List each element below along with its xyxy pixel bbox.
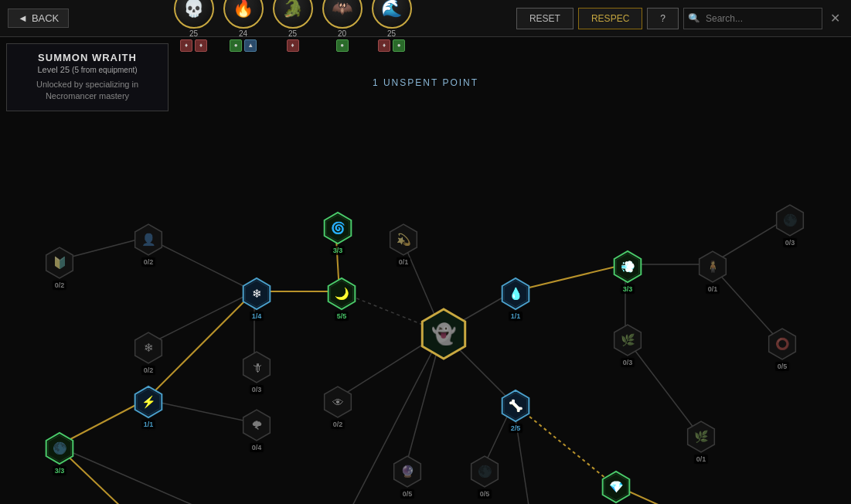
node-label: 5/5: [335, 312, 349, 321]
search-icon: 🔍: [689, 13, 700, 23]
back-label: BACK: [32, 12, 59, 24]
node-label: 2/5: [509, 424, 523, 433]
node-icon: 💧: [501, 279, 530, 308]
node-icon: ❄: [242, 279, 271, 308]
node-icon: 🔰: [45, 248, 74, 278]
node-icon: 🌿: [686, 422, 716, 451]
skill-node-n9[interactable]: 🌑3/3: [43, 431, 77, 475]
node-icon: 🔮: [393, 457, 422, 486]
node-label: 1/1: [141, 420, 156, 429]
skill-node-n16[interactable]: 🔮0/5: [390, 455, 424, 499]
skill-node-n5[interactable]: 💧1/1: [499, 277, 533, 321]
skill-title: Summon Wraith: [16, 52, 158, 63]
skill-node-n18[interactable]: 🦴2/5: [499, 389, 533, 433]
node-icon: ⚡: [134, 387, 163, 417]
help-button[interactable]: ?: [647, 8, 679, 29]
unspent-banner: 1 Unspent Point: [373, 77, 478, 88]
skill-node-n24[interactable]: 🧍0/1: [696, 250, 730, 294]
node-label: 0/3: [250, 385, 264, 394]
back-arrow-icon: ◄: [18, 12, 28, 24]
node-label: 0/4: [250, 443, 264, 452]
skill-node-n1[interactable]: 👻: [417, 308, 470, 360]
node-label: 0/1: [694, 455, 709, 464]
search-input[interactable]: [683, 8, 822, 29]
skill-node-n15[interactable]: 💫0/1: [386, 223, 420, 267]
node-label: 3/3: [53, 466, 67, 475]
skill-node-n25[interactable]: 🌑0/3: [773, 203, 807, 247]
connection-line: [57, 446, 235, 504]
node-icon: ❄: [134, 333, 163, 363]
node-label: 1/4: [250, 312, 264, 321]
skill-node-n14[interactable]: 👁0/2: [321, 385, 355, 429]
top-bar: ◄ BACK 💀25♦♦🔥24●▲🐊25♦🦇20●🌊25♦● RESET RES…: [0, 0, 851, 37]
skill-node-n23[interactable]: 🌿0/3: [611, 323, 645, 367]
node-icon: 🧍: [698, 252, 727, 281]
node-icon: 🌀: [323, 213, 352, 243]
skill-node-n12[interactable]: 🌪0/4: [240, 408, 274, 452]
unlock-info: Unlocked by specializing in Necromancer …: [16, 79, 158, 103]
node-icon: 🌑: [470, 457, 499, 486]
node-icon: 🦴: [501, 391, 530, 421]
node-icon: 🌑: [45, 434, 74, 463]
skill-node-n6[interactable]: 💨3/3: [611, 250, 645, 294]
search-wrapper: 🔍: [683, 8, 822, 29]
node-label: 1/1: [509, 312, 523, 321]
node-label: 0/5: [400, 489, 415, 499]
node-label: 3/3: [621, 284, 635, 294]
node-icon: 👤: [134, 225, 163, 254]
node-icon: 🌿: [613, 325, 642, 355]
node-icon: 👻: [429, 319, 458, 349]
skill-node-n4[interactable]: 🌙5/5: [325, 277, 359, 321]
skill-node-n7[interactable]: 👤0/2: [131, 223, 165, 267]
node-icon: 💎: [601, 472, 631, 502]
skill-node-n28[interactable]: 💎1/1: [599, 470, 633, 504]
skill-node-n10[interactable]: ⚡1/1: [131, 385, 165, 429]
node-label: 0/5: [478, 489, 492, 499]
skill-node-n8[interactable]: 🔰0/2: [43, 246, 77, 290]
node-label: 0/5: [775, 362, 790, 371]
node-label: 3/3: [331, 246, 346, 255]
skill-level: Level 25 (5 from equipment): [16, 65, 158, 74]
right-controls: RESET RESPEC ? 🔍 ✕: [516, 8, 843, 29]
node-label: 0/2: [331, 420, 346, 429]
node-label: 0/1: [397, 257, 411, 267]
node-label: 0/3: [621, 358, 635, 367]
skill-node-n2[interactable]: ❄1/4: [240, 277, 274, 321]
respec-button[interactable]: RESPEC: [578, 8, 642, 29]
skill-node-n3[interactable]: 🌀3/3: [321, 211, 355, 255]
skill-node-n17[interactable]: 🌑0/5: [468, 455, 502, 499]
node-label: 0/2: [53, 281, 67, 290]
skill-node-n13[interactable]: 🗡0/3: [240, 350, 274, 394]
skill-node-n11[interactable]: ❄0/2: [131, 331, 165, 375]
close-button[interactable]: ✕: [827, 11, 843, 26]
node-icon: 🗡: [242, 352, 271, 382]
node-icon: 👁: [323, 387, 352, 417]
node-label: 0/3: [783, 238, 798, 247]
node-icon: ⭕: [768, 329, 797, 359]
skill-node-n26[interactable]: ⭕0/5: [765, 327, 799, 371]
reset-button[interactable]: RESET: [516, 8, 574, 29]
back-button[interactable]: ◄ BACK: [8, 9, 69, 28]
node-label: 0/2: [141, 257, 156, 267]
skill-node-n27[interactable]: 🌿0/1: [684, 420, 718, 464]
node-label: 0/2: [141, 366, 156, 375]
node-icon: 🌙: [327, 279, 356, 308]
node-icon: 💨: [613, 252, 642, 281]
node-label: 0/1: [706, 284, 720, 294]
node-icon: 🌑: [775, 206, 805, 235]
info-panel: Summon Wraith Level 25 (5 from equipment…: [6, 43, 168, 111]
node-icon: 💫: [389, 225, 418, 254]
node-icon: 🌪: [242, 410, 271, 440]
